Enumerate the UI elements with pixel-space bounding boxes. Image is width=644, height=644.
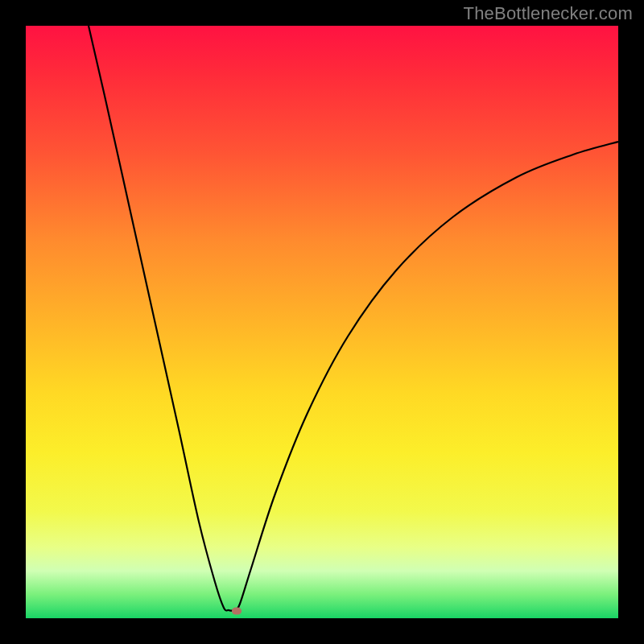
chart-frame: TheBottlenecker.com <box>0 0 644 644</box>
curve-layer <box>26 26 618 618</box>
bottleneck-curve <box>89 26 618 611</box>
optimal-point-marker <box>232 608 242 615</box>
plot-area <box>26 26 618 618</box>
watermark-text: TheBottlenecker.com <box>464 3 633 24</box>
